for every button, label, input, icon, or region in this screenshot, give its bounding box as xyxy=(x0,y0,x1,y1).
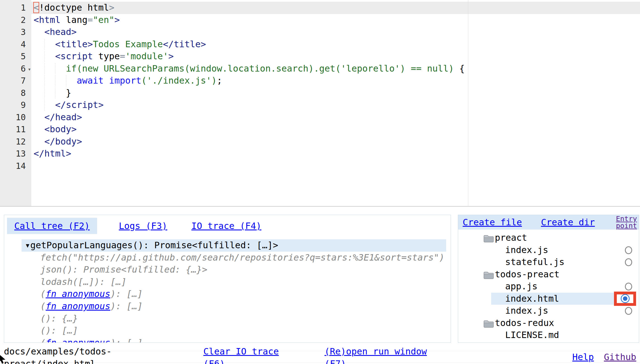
entry-point-focus-ring xyxy=(614,292,636,306)
code-text[interactable]: </body> xyxy=(31,136,640,148)
calltree-tabbar: Call tree (F2)Logs (F3)IO trace (F4) xyxy=(7,218,278,234)
line-number: 14 xyxy=(0,160,31,172)
entry-point-radio[interactable] xyxy=(625,258,632,266)
code-line[interactable]: 5 <script type='module'> xyxy=(0,50,640,63)
code-token: <title> xyxy=(55,39,93,49)
code-text[interactable]: await import('./index.js'); xyxy=(31,75,640,87)
code-token: > xyxy=(109,2,114,13)
code-text[interactable]: </head> xyxy=(31,111,640,124)
reopen-run-window-link[interactable]: (Re)open run window (F7) xyxy=(324,346,427,364)
fn-anonymous-link[interactable]: fn anonymous xyxy=(46,301,110,311)
calltree-row[interactable]: ▾getPopularLanguages(): Promise<fulfille… xyxy=(22,239,446,252)
line-number: 4 xyxy=(0,38,31,51)
code-text[interactable]: </html> xyxy=(31,148,640,160)
code-text[interactable]: } xyxy=(31,87,640,99)
file-row[interactable]: index.js xyxy=(458,305,639,317)
file-row[interactable]: index.js xyxy=(458,244,639,256)
fn-anonymous-link[interactable]: fn anonymous xyxy=(46,337,110,343)
code-text[interactable]: <body> xyxy=(31,123,640,136)
code-line[interactable]: 9 </script> xyxy=(0,99,640,111)
calltree-row-text: lodash([…]): […] xyxy=(40,276,126,287)
editor-lines[interactable]: 1<!doctype html>2<html lang="en">3 <head… xyxy=(0,2,640,172)
dir-row[interactable]: todos-redux xyxy=(458,317,639,329)
entry-point-link[interactable]: Entry point xyxy=(616,215,637,229)
code-line[interactable]: 12 </body> xyxy=(0,136,640,148)
entry-point-radio[interactable] xyxy=(625,283,632,290)
indent-guide xyxy=(55,75,55,86)
code-text[interactable]: <!doctype html> xyxy=(31,2,640,14)
calltree-row[interactable]: json(): Promise<fulfilled: {…}> xyxy=(22,264,446,276)
indent-guide xyxy=(66,75,66,86)
code-token: lang xyxy=(66,15,88,25)
dir-row[interactable]: todos-preact xyxy=(458,268,639,281)
create-file-link[interactable]: Create file xyxy=(463,217,522,228)
code-line[interactable]: 7 await import('./index.js'); xyxy=(0,75,640,87)
calltree-row[interactable]: (fn anonymous): […] xyxy=(22,300,446,313)
line-number: 1 xyxy=(0,2,31,14)
code-editor[interactable]: 1<!doctype html>2<html lang="en">3 <head… xyxy=(0,0,640,207)
code-text[interactable]: <title>Todos Example</title> xyxy=(31,38,640,51)
entry-point-radio-selected[interactable] xyxy=(621,294,630,303)
calltree-row[interactable]: (fn anonymous): […] xyxy=(22,288,446,300)
calltree-row[interactable]: lodash([…]): […] xyxy=(22,276,446,288)
code-token xyxy=(93,51,98,62)
calltree-row-text: (): […] xyxy=(40,325,78,336)
fold-arrow-icon[interactable]: ▾ xyxy=(28,63,31,75)
clear-io-trace-link[interactable]: Clear IO trace (F6) xyxy=(203,346,279,364)
calltree-row[interactable]: (fn anonymous): […] xyxy=(22,337,446,343)
code-token: </head> xyxy=(44,112,82,122)
code-token: 'module' xyxy=(125,51,168,62)
calltree-row[interactable]: (): […] xyxy=(22,325,446,337)
github-link[interactable]: Github xyxy=(604,351,636,363)
file-row[interactable]: app.js xyxy=(458,280,639,293)
indent-guide xyxy=(44,100,45,111)
calltree-row-text: fetch("https://api.github.com/search/rep… xyxy=(40,252,444,263)
expand-arrow-icon[interactable]: ▾ xyxy=(25,240,30,250)
code-text[interactable]: <script type='module'> xyxy=(31,50,640,63)
file-row[interactable]: index.html xyxy=(458,293,639,305)
code-text[interactable]: <head> xyxy=(31,26,640,38)
dir-name: todos-preact xyxy=(495,268,559,281)
code-text[interactable]: if(new URLSearchParams(window.location.s… xyxy=(31,63,640,75)
code-line[interactable]: 4 <title>Todos Example</title> xyxy=(0,38,640,51)
code-line[interactable]: 10 </head> xyxy=(0,111,640,124)
code-text[interactable]: </script> xyxy=(31,99,640,111)
entry-point-radio[interactable] xyxy=(625,246,632,254)
tab-logs-f3[interactable]: Logs (F3) xyxy=(112,218,175,234)
code-line[interactable]: 3 <head> xyxy=(0,26,640,38)
calltree-row[interactable]: (): {…} xyxy=(22,313,446,325)
keybinding-switcher: Standard VIM xyxy=(470,346,539,364)
code-line[interactable]: 11 <body> xyxy=(0,123,640,136)
code-text[interactable]: <html lang="en"> xyxy=(31,14,640,26)
code-token: "en" xyxy=(93,15,114,25)
dir-row[interactable]: preact xyxy=(458,232,639,244)
code-line[interactable]: 13</html> xyxy=(0,148,640,160)
code-line[interactable]: 14 xyxy=(0,160,640,172)
code-line[interactable]: 2<html lang="en"> xyxy=(0,14,640,26)
entry-point-radio[interactable] xyxy=(625,307,632,315)
calltree-row-text: ): […] xyxy=(110,289,143,299)
code-line[interactable]: 6▾ if(new URLSearchParams(window.locatio… xyxy=(0,63,640,75)
code-line[interactable]: 1<!doctype html> xyxy=(0,2,640,14)
calltree-row-text: ( xyxy=(40,289,46,299)
code-token xyxy=(60,15,66,25)
line-number: 7 xyxy=(0,75,31,87)
help-link[interactable]: Help xyxy=(572,351,594,363)
calltree-row[interactable]: fetch("https://api.github.com/search/rep… xyxy=(22,252,446,264)
current-file-path: docs/examples/todos- preact/index.html xyxy=(4,346,112,364)
calltree-row-text: (): {…} xyxy=(40,313,78,324)
tab-call-tree-f2[interactable]: Call tree (F2) xyxy=(7,218,97,234)
create-dir-link[interactable]: Create dir xyxy=(541,217,595,228)
code-token: > xyxy=(168,51,174,62)
file-row[interactable]: stateful.js xyxy=(458,256,639,268)
file-row[interactable]: LICENSE.md xyxy=(458,329,639,341)
tab-io-trace-f4[interactable]: IO trace (F4) xyxy=(184,218,269,234)
code-text[interactable] xyxy=(31,160,640,172)
line-number: 8 xyxy=(0,87,31,99)
fn-anonymous-link[interactable]: fn anonymous xyxy=(46,289,110,299)
code-token: { xyxy=(459,63,465,74)
file-name: LICENSE.md xyxy=(505,329,559,341)
code-token: ('./index.js') xyxy=(141,75,217,86)
indent-guide xyxy=(44,75,45,86)
code-line[interactable]: 8 } xyxy=(0,87,640,99)
